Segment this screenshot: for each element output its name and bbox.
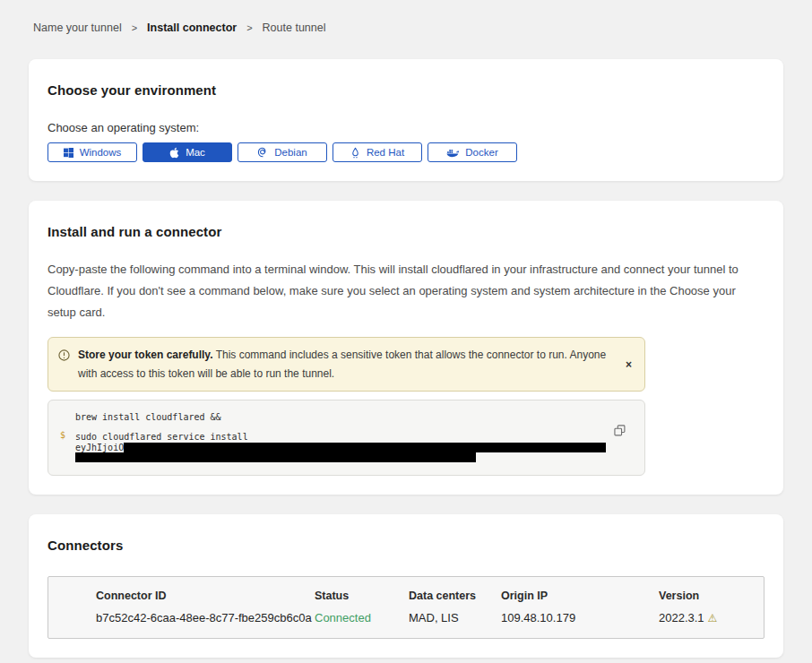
install-card-title: Install and run a connector <box>48 224 764 239</box>
token-warning-title: Store your token carefully. <box>78 349 213 361</box>
install-description: Copy-paste the following command into a … <box>48 259 764 323</box>
status-value: Connected <box>315 611 409 624</box>
col-header-origin-ip: Origin IP <box>501 590 659 602</box>
table-row: b7c52c42-6caa-48ee-8c77-fbe259cb6c0a Con… <box>96 611 746 624</box>
origin-ip-value: 109.48.10.179 <box>501 611 659 624</box>
install-card: Install and run a connector Copy-paste t… <box>29 201 783 495</box>
table-header-row: Connector ID Status Data centers Origin … <box>96 590 746 602</box>
alert-circle-icon <box>58 349 70 383</box>
command-line-1: brew install cloudflared && <box>75 411 609 423</box>
command-line-2: sudo cloudflared service install <box>75 431 609 443</box>
os-button-debian[interactable]: Debian <box>238 142 327 162</box>
environment-card: Choose your environment Choose an operat… <box>29 59 783 181</box>
breadcrumb-install-connector[interactable]: Install connector <box>147 22 237 34</box>
version-warning-icon: ⚠ <box>708 612 718 624</box>
token-line: eyJhIjoiO <box>75 443 609 452</box>
command-lines: brew install cloudflared && sudo cloudfl… <box>75 411 609 464</box>
connectors-card: Connectors Connector ID Status Data cent… <box>29 514 783 658</box>
os-button-mac[interactable]: Mac <box>143 142 232 162</box>
os-button-label: Debian <box>274 147 307 158</box>
token-warning-text: Store your token carefully. This command… <box>78 346 614 383</box>
token-prefix: eyJhIjoiO <box>75 443 124 452</box>
docker-icon <box>446 148 459 158</box>
col-header-version: Version <box>659 590 746 602</box>
redhat-icon <box>350 147 360 159</box>
breadcrumb-separator: > <box>132 22 137 33</box>
breadcrumb-route-tunnel[interactable]: Route tunnel <box>263 22 326 34</box>
close-icon[interactable]: × <box>622 357 635 373</box>
breadcrumb-separator: > <box>246 22 252 33</box>
breadcrumb-name-your-tunnel[interactable]: Name your tunnel <box>33 22 122 34</box>
data-centers-value: MAD, LIS <box>409 611 501 624</box>
copy-icon[interactable] <box>614 425 626 436</box>
terminal-command-block: $ brew install cloudflared && sudo cloud… <box>48 400 645 476</box>
connectors-card-title: Connectors <box>48 538 764 553</box>
windows-icon <box>64 148 73 158</box>
redaction-bar <box>75 452 476 462</box>
col-header-connector-id: Connector ID <box>96 590 315 602</box>
tunnel-setup-page: Name your tunnel > Install connector > R… <box>0 0 812 663</box>
environment-card-title: Choose your environment <box>48 82 764 98</box>
os-button-group: Windows Mac Debian Red Hat <box>48 142 764 162</box>
redaction-bar <box>124 443 606 452</box>
os-button-label: Windows <box>80 147 122 158</box>
col-header-data-centers: Data centers <box>409 590 501 602</box>
version-value: 2022.3.1⚠ <box>659 611 746 624</box>
os-button-windows[interactable]: Windows <box>48 142 137 162</box>
debian-icon <box>257 147 268 158</box>
os-button-docker[interactable]: Docker <box>428 142 517 162</box>
version-number: 2022.3.1 <box>659 611 704 624</box>
apple-icon <box>169 147 179 159</box>
token-warning-banner: Store your token carefully. This command… <box>48 337 645 392</box>
os-select-label: Choose an operating system: <box>48 121 764 134</box>
os-button-label: Mac <box>186 147 205 158</box>
os-button-redhat[interactable]: Red Hat <box>333 142 422 162</box>
os-button-label: Docker <box>465 147 497 158</box>
os-button-label: Red Hat <box>367 147 404 158</box>
terminal-prompt: $ <box>60 430 65 440</box>
col-header-status: Status <box>315 590 409 602</box>
breadcrumb: Name your tunnel > Install connector > R… <box>33 22 779 34</box>
connector-id-value: b7c52c42-6caa-48ee-8c77-fbe259cb6c0a <box>96 611 315 624</box>
connectors-table: Connector ID Status Data centers Origin … <box>48 576 764 639</box>
